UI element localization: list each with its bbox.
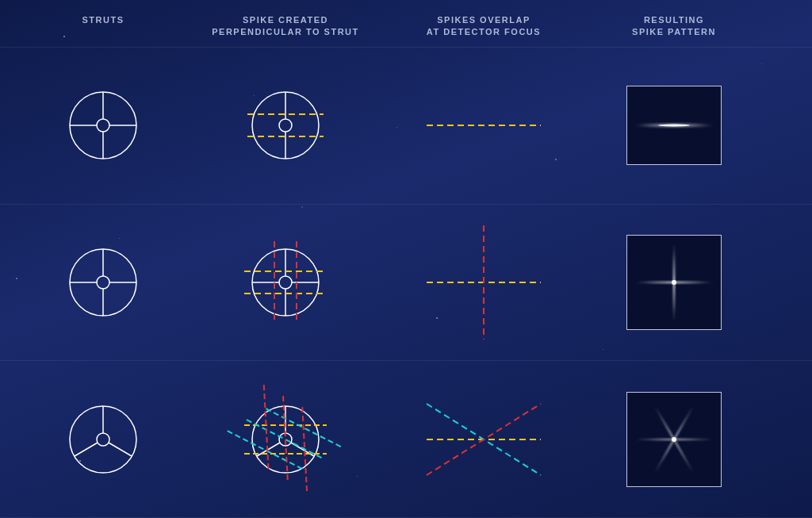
row3-overlap-svg xyxy=(416,388,551,491)
svg-line-39 xyxy=(75,443,98,456)
row2-strut-svg xyxy=(59,239,147,326)
row2-overlap-svg xyxy=(420,219,547,346)
row2-overlap-cell xyxy=(381,219,587,346)
svg-point-1 xyxy=(97,119,109,132)
header-row: STRUTS SPIKE CREATED PERPENDICULAR TO ST… xyxy=(0,0,812,47)
row2-result-box xyxy=(626,235,722,330)
header-struts: STRUTS xyxy=(16,14,190,39)
row-1 xyxy=(0,47,812,204)
svg-point-37 xyxy=(97,433,109,446)
svg-point-35 xyxy=(672,280,676,285)
row3-strut-cell xyxy=(16,396,190,483)
row1-overlap-svg xyxy=(420,102,547,149)
row3-result-cell xyxy=(587,392,761,487)
page: STRUTS SPIKE CREATED PERPENDICULAR TO ST… xyxy=(0,0,812,518)
header-spikes-overlap: SPIKES OVERLAP AT DETECTOR FOCUS xyxy=(381,14,587,39)
svg-line-40 xyxy=(109,443,132,456)
row2-strut-cell xyxy=(16,239,190,326)
row-2 xyxy=(0,204,812,361)
rows-container xyxy=(0,47,812,518)
row1-overlap-cell xyxy=(381,102,587,149)
row1-result-box xyxy=(626,86,722,165)
row1-strut-cell xyxy=(16,82,190,169)
row3-perp-cell xyxy=(190,396,381,483)
row2-result-cell xyxy=(587,235,761,330)
row2-perp-cell xyxy=(190,239,381,326)
row1-perp-cell xyxy=(190,82,381,169)
svg-line-44 xyxy=(257,443,280,456)
row3-strut-svg xyxy=(59,396,147,483)
row-3 xyxy=(0,360,812,518)
row3-result-spike-svg xyxy=(630,396,718,483)
svg-point-22 xyxy=(279,276,292,289)
row1-strut-svg xyxy=(59,82,147,169)
svg-line-49 xyxy=(266,385,343,472)
svg-point-14 xyxy=(658,125,690,127)
row1-result-cell xyxy=(587,86,761,165)
header-resulting-pattern: RESULTING SPIKE PATTERN xyxy=(587,14,761,39)
svg-point-60 xyxy=(672,437,676,442)
row1-perp-svg xyxy=(242,82,329,169)
header-spike-perpendicular: SPIKE CREATED PERPENDICULAR TO STRUT xyxy=(190,14,381,39)
svg-point-7 xyxy=(279,119,292,132)
row3-result-box xyxy=(626,392,722,487)
row2-result-spike-svg xyxy=(630,239,718,326)
svg-line-53 xyxy=(228,385,305,472)
svg-point-16 xyxy=(97,276,109,289)
row3-perp-svg xyxy=(242,396,329,483)
row1-result-spike-svg xyxy=(630,90,718,161)
row2-perp-svg xyxy=(242,239,329,326)
row3-overlap-cell xyxy=(381,388,587,491)
